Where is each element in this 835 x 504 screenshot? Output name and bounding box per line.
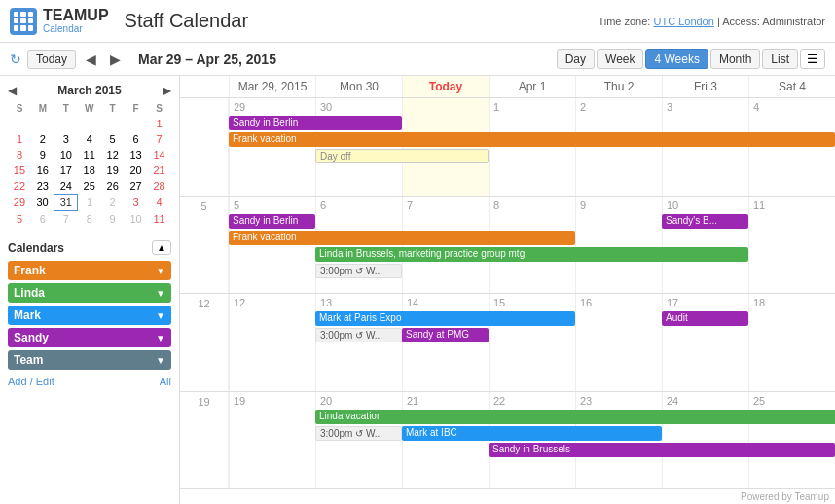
mini-cal-day[interactable]: 1 xyxy=(8,131,31,147)
mini-cal-day[interactable]: 14 xyxy=(148,147,171,162)
mini-cal-day[interactable]: 19 xyxy=(101,162,125,178)
mini-cal-day[interactable]: 6 xyxy=(31,211,54,228)
week-number: 5 xyxy=(180,197,229,294)
day-cell[interactable]: 19 xyxy=(229,392,315,489)
cal-item-sandy[interactable]: Sandy ▼ xyxy=(8,328,171,347)
mini-cal-day[interactable]: 30 xyxy=(31,195,54,211)
timezone-link[interactable]: UTC London xyxy=(653,16,713,27)
view-day-button[interactable]: Day xyxy=(557,49,595,69)
all-link[interactable]: All xyxy=(160,376,171,387)
day-header-m: M xyxy=(31,101,54,116)
add-edit-link[interactable]: Add / Edit xyxy=(8,376,54,387)
calendar-event[interactable]: 3:00pm ↺ W... xyxy=(315,426,402,441)
mini-cal-day[interactable]: 1 xyxy=(78,195,101,211)
day-cell[interactable]: 10 xyxy=(662,197,748,294)
today-button[interactable]: Today xyxy=(27,50,76,69)
mini-cal-day[interactable]: 20 xyxy=(125,162,148,178)
cal-item-mark[interactable]: Mark ▼ xyxy=(8,306,171,325)
menu-button[interactable]: ☰ xyxy=(800,49,825,69)
calendars-toggle-button[interactable]: ▲ xyxy=(152,240,171,255)
calendar-event[interactable]: Sandy in Berlin xyxy=(229,214,315,229)
calendar-event[interactable]: Sandy in Brussels xyxy=(489,443,835,457)
mini-cal-day[interactable]: 21 xyxy=(148,162,171,178)
view-list-button[interactable]: List xyxy=(762,49,798,69)
calendar-event[interactable]: Sandy at PMG xyxy=(402,328,489,342)
mini-cal-day[interactable]: 22 xyxy=(8,178,31,195)
mini-cal-day[interactable]: 2 xyxy=(31,131,54,147)
mini-cal-day[interactable]: 8 xyxy=(78,211,101,228)
mini-cal-day[interactable]: 17 xyxy=(54,162,78,178)
mini-cal-day[interactable]: 31 xyxy=(54,195,78,211)
refresh-button[interactable]: ↻ xyxy=(10,52,21,67)
calendar-event[interactable]: Day off xyxy=(315,149,489,163)
mini-cal-day[interactable]: 3 xyxy=(54,131,78,147)
day-number: 10 xyxy=(665,198,746,212)
mini-cal-day[interactable]: 7 xyxy=(148,131,171,147)
day-cell[interactable]: 16 xyxy=(575,294,662,391)
mini-cal-day[interactable]: 10 xyxy=(125,211,148,228)
mini-cal-day[interactable]: 13 xyxy=(125,147,148,162)
mini-cal-day[interactable]: 24 xyxy=(54,178,78,195)
mini-cal-day[interactable]: 9 xyxy=(101,211,125,228)
mini-cal-day[interactable]: 23 xyxy=(31,178,54,195)
mini-cal-day[interactable]: 18 xyxy=(78,162,101,178)
mini-cal-day[interactable]: 5 xyxy=(8,211,31,228)
calendar-event[interactable]: Frank vacation xyxy=(229,231,575,245)
mini-cal-day[interactable]: 28 xyxy=(148,178,171,195)
calendar-event[interactable]: Frank vacation xyxy=(229,132,835,147)
prev-button[interactable]: ◀ xyxy=(82,50,100,69)
grid-week-wrapper: 1919202122232425Linda vacation3:00pm ↺ W… xyxy=(180,392,835,490)
mini-cal-day[interactable]: 27 xyxy=(125,178,148,195)
mini-cal-day[interactable]: 11 xyxy=(148,211,171,228)
mini-cal-day[interactable]: 15 xyxy=(8,162,31,178)
calendar-event[interactable]: 3:00pm ↺ W... xyxy=(315,264,402,278)
mini-cal-day[interactable]: 3 xyxy=(125,195,148,211)
day-cell[interactable]: 25 xyxy=(748,392,835,489)
view-month-button[interactable]: Month xyxy=(710,49,760,69)
day-cell[interactable]: 11 xyxy=(748,197,835,294)
mini-cal-next[interactable]: ▶ xyxy=(163,84,171,97)
day-cell[interactable]: 15 xyxy=(489,294,575,391)
calendars-footer: Add / Edit All xyxy=(8,373,171,390)
mini-cal-day[interactable]: 10 xyxy=(54,147,78,162)
mini-cal-day[interactable]: 6 xyxy=(125,131,148,147)
cal-item-linda[interactable]: Linda ▼ xyxy=(8,283,171,303)
mini-cal-day[interactable]: 8 xyxy=(8,147,31,162)
mini-cal-prev[interactable]: ◀ xyxy=(8,84,17,97)
mini-cal-day[interactable]: 11 xyxy=(78,147,101,162)
mini-cal-day[interactable]: 25 xyxy=(78,178,101,195)
calendar-event[interactable]: Sandy's B... xyxy=(662,214,748,229)
top-header: TEAMUP Calendar Staff Calendar Time zone… xyxy=(0,0,835,43)
mini-cal-day[interactable]: 1 xyxy=(148,116,171,131)
mini-cal-day[interactable]: 26 xyxy=(101,178,125,195)
mini-cal-day[interactable]: 29 xyxy=(8,195,31,211)
day-cell[interactable]: 12 xyxy=(229,294,315,391)
day-cell[interactable]: 17 xyxy=(662,294,748,391)
next-button[interactable]: ▶ xyxy=(106,50,125,69)
calendar-event[interactable]: Audit xyxy=(662,311,748,326)
day-header-s2: S xyxy=(148,101,171,116)
mini-cal-day[interactable]: 4 xyxy=(78,131,101,147)
mini-cal-day[interactable]: 4 xyxy=(148,195,171,211)
calendar-event[interactable]: Linda in Brussels, marketing practice gr… xyxy=(315,247,748,262)
mini-cal-day[interactable]: 5 xyxy=(101,131,125,147)
view-4weeks-button[interactable]: 4 Weeks xyxy=(645,49,708,69)
calendar-event[interactable]: Mark at IBC xyxy=(402,426,662,441)
cal-item-frank[interactable]: Frank ▼ xyxy=(8,261,171,280)
mini-calendar: ◀ March 2015 ▶ S M T W T F S xyxy=(0,76,179,234)
mini-cal-day[interactable]: 16 xyxy=(31,162,54,178)
mini-cal-day[interactable]: 9 xyxy=(31,147,54,162)
calendar-event[interactable]: Mark at Paris Expo xyxy=(315,311,575,326)
mini-cal-day[interactable]: 12 xyxy=(101,147,125,162)
day-number: 4 xyxy=(751,100,833,114)
day-cell[interactable]: 24 xyxy=(662,392,748,489)
calendar-event[interactable]: Sandy in Berlin xyxy=(229,116,402,130)
mini-cal-day[interactable]: 2 xyxy=(101,195,125,211)
calendar-event[interactable]: Linda vacation xyxy=(315,410,835,424)
day-cell[interactable]: 9 xyxy=(575,197,662,294)
cal-item-team[interactable]: Team ▼ xyxy=(8,350,171,370)
calendar-event[interactable]: 3:00pm ↺ W... xyxy=(315,328,402,342)
view-week-button[interactable]: Week xyxy=(597,49,643,69)
mini-cal-day[interactable]: 7 xyxy=(54,211,78,228)
day-cell[interactable]: 18 xyxy=(748,294,835,391)
